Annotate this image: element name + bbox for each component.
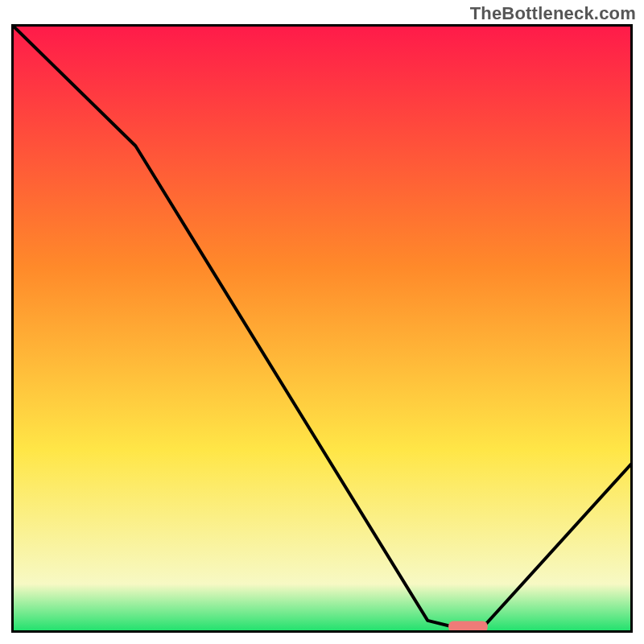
bottleneck-chart <box>11 24 633 633</box>
watermark-text: TheBottleneck.com <box>470 3 636 24</box>
plot-area <box>11 24 633 633</box>
chart-container: TheBottleneck.com <box>0 0 644 644</box>
